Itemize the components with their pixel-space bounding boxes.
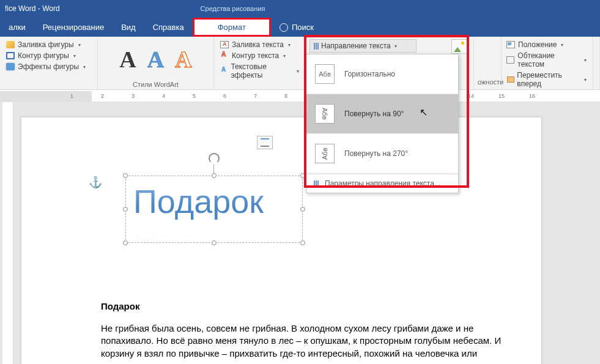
text-fill-icon [220, 41, 229, 48]
text-styles-group: Заливка текста▾ Контур текста▾ Текстовые… [214, 37, 306, 89]
text-direction-horizontal[interactable]: Абв Горизонтально [306, 54, 458, 94]
tab-mailings-partial[interactable]: алки [0, 18, 34, 37]
text-direction-rotate-270[interactable]: Абв Повернуть на 270° [306, 134, 458, 174]
accessibility-label-partial: ожности [478, 40, 497, 86]
titlebar: fice Word - Word Средства рисования [0, 0, 600, 17]
app-title: fice Word - Word [5, 4, 60, 13]
shape-fill-button[interactable]: Заливка фигуры▾ [4, 39, 94, 50]
text-outline-button[interactable]: Контур текста▾ [218, 50, 302, 61]
wordart-preset-3[interactable]: A [175, 48, 191, 71]
chevron-down-icon: ▾ [83, 64, 86, 70]
wordart-group-label: Стили WordArt [98, 81, 213, 88]
horizontal-ruler[interactable]: 1 2 3 4 5 6 7 8 9 10 11 12 13 14 15 16 [0, 91, 600, 102]
text-fill-button[interactable]: Заливка текста▾ [218, 39, 302, 50]
contextual-tab-label: Средства рисования [201, 5, 265, 12]
rotate270-sample-icon: Абв [315, 144, 335, 163]
rotate90-sample-icon: Абв [315, 104, 335, 124]
wordart-gallery[interactable]: A A A [119, 48, 191, 71]
position-button[interactable]: Положение▾ [504, 39, 589, 50]
vertical-ruler[interactable] [2, 102, 13, 364]
wrap-text-icon [506, 56, 514, 64]
chevron-down-icon: ▾ [78, 42, 81, 48]
wordart-reflection: Подарок [133, 212, 264, 250]
pen-outline-icon [6, 52, 15, 59]
text-direction-button[interactable]: Направление текста ▾ [309, 39, 417, 53]
wordart-styles-group: A A A Стили WordArt [98, 37, 214, 89]
wordart-preset-2[interactable]: A [147, 48, 164, 71]
tab-view[interactable]: Вид [113, 18, 144, 37]
paint-bucket-icon [6, 41, 15, 48]
picture-placeholder-icon[interactable] [451, 39, 467, 54]
arrange-group-overflow [593, 37, 600, 89]
text-direction-icon [314, 43, 319, 50]
text-outline-icon [220, 52, 229, 59]
page[interactable]: ⚓ Подарок Подарок Подарок Не грибная был… [21, 117, 541, 364]
tell-me-search[interactable]: Поиск [271, 18, 322, 37]
chevron-down-icon: ▾ [584, 58, 587, 63]
accessibility-group-partial: ожности [474, 37, 502, 89]
ribbon-tabs: алки Рецензирование Вид Справка Формат П… [0, 17, 600, 37]
text-effects-button[interactable]: Текстовые эффекты▾ [218, 61, 302, 81]
horizontal-sample-icon: Абв [315, 64, 335, 84]
resize-handle[interactable] [300, 240, 305, 245]
shape-outline-button[interactable]: Контур фигуры▾ [4, 50, 94, 61]
document-area: ⚓ Подарок Подарок Подарок Не грибная был… [0, 102, 600, 364]
chevron-down-icon: ▾ [288, 42, 291, 48]
text-direction-rotate-90[interactable]: Абв Повернуть на 90° ↖ [306, 94, 458, 134]
bring-forward-button[interactable]: Переместить вперед▾ [504, 70, 589, 89]
ribbon: Заливка фигуры▾ Контур фигуры▾ Эффекты ф… [0, 37, 600, 90]
resize-handle[interactable] [123, 240, 128, 245]
text-direction-group: Направление текста ▾ Абв Горизонтально А… [306, 37, 474, 89]
effects-icon [6, 63, 15, 70]
position-icon [506, 41, 515, 48]
chevron-down-icon: ▾ [73, 53, 76, 59]
cursor-icon: ↖ [420, 106, 428, 118]
chevron-down-icon: ▾ [297, 69, 299, 74]
document-paragraph[interactable]: Не грибная была осень, совсем не грибная… [101, 322, 514, 360]
tab-format[interactable]: Формат [193, 18, 271, 37]
bring-forward-icon [506, 76, 514, 83]
document-heading[interactable]: Подарок [101, 301, 514, 311]
text-effects-icon [220, 67, 228, 75]
wordart-object[interactable]: Подарок Подарок [125, 176, 303, 243]
text-direction-options[interactable]: Параметры направления текста... [306, 174, 458, 193]
tab-help[interactable]: Справка [144, 18, 193, 37]
lightbulb-icon [280, 23, 288, 32]
arrange-group: Положение▾ Обтекание текстом▾ Переместит… [502, 37, 593, 89]
anchor-icon: ⚓ [89, 176, 102, 189]
chevron-down-icon: ▾ [561, 42, 563, 48]
tab-review[interactable]: Рецензирование [34, 18, 113, 37]
wrap-text-button[interactable]: Обтекание текстом▾ [504, 50, 589, 70]
text-direction-icon [314, 180, 319, 187]
chevron-down-icon: ▾ [394, 43, 397, 49]
chevron-down-icon: ▾ [283, 53, 286, 59]
layout-options-button[interactable] [257, 136, 273, 149]
chevron-down-icon: ▾ [584, 77, 587, 83]
shape-styles-group: Заливка фигуры▾ Контур фигуры▾ Эффекты ф… [0, 37, 98, 89]
shape-effects-button[interactable]: Эффекты фигуры▾ [4, 61, 94, 72]
text-direction-dropdown: Абв Горизонтально Абв Повернуть на 90° ↖… [306, 54, 459, 193]
rotate-handle[interactable] [209, 153, 220, 164]
wordart-preset-1[interactable]: A [119, 48, 136, 71]
